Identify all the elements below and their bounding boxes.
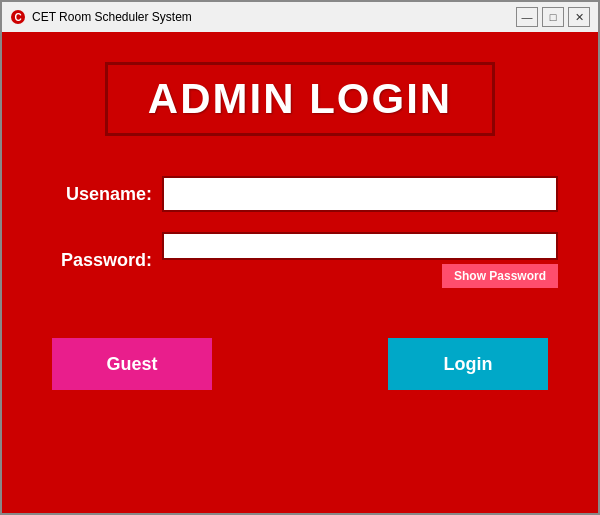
username-input[interactable] <box>162 176 558 212</box>
title-bar: C CET Room Scheduler System — □ ✕ <box>2 2 598 32</box>
svg-text:C: C <box>14 12 21 23</box>
password-row: Password: Show Password <box>42 232 558 288</box>
button-row: Guest Login <box>42 338 558 390</box>
page-title: ADMIN LOGIN <box>148 75 452 123</box>
password-section: Show Password <box>162 232 558 288</box>
heading-box: ADMIN LOGIN <box>105 62 495 136</box>
minimize-button[interactable]: — <box>516 7 538 27</box>
maximize-button[interactable]: □ <box>542 7 564 27</box>
password-label: Password: <box>42 250 152 271</box>
app-icon: C <box>10 9 26 25</box>
login-form: Usename: Password: Show Password <box>42 176 558 288</box>
window-controls: — □ ✕ <box>516 7 590 27</box>
username-row: Usename: <box>42 176 558 212</box>
guest-button[interactable]: Guest <box>52 338 212 390</box>
app-window: C CET Room Scheduler System — □ ✕ ADMIN … <box>0 0 600 515</box>
login-button[interactable]: Login <box>388 338 548 390</box>
close-button[interactable]: ✕ <box>568 7 590 27</box>
main-content: ADMIN LOGIN Usename: Password: Show Pass… <box>2 32 598 513</box>
password-input[interactable] <box>162 232 558 260</box>
window-title: CET Room Scheduler System <box>32 10 516 24</box>
show-password-button[interactable]: Show Password <box>442 264 558 288</box>
username-label: Usename: <box>42 184 152 205</box>
